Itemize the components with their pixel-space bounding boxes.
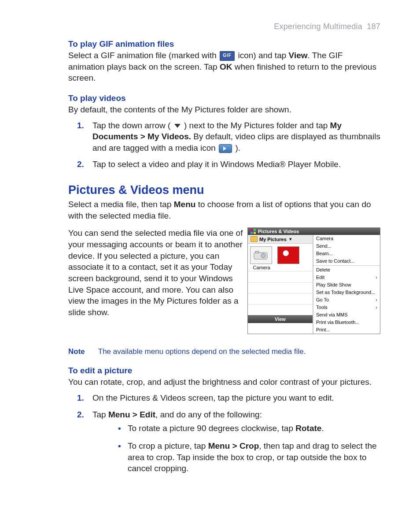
- gif-paragraph: Select a GIF animation file (marked with…: [68, 50, 380, 84]
- list-item: 1. On the Pictures & Videos screen, tap …: [68, 392, 380, 404]
- menu-item: Delete: [313, 266, 380, 274]
- manual-page: Experiencing Multimedia 187 To play GIF …: [0, 0, 420, 507]
- list-item: 2. Tap to select a video and play it in …: [68, 159, 380, 170]
- menu-item: Send via MMS: [313, 311, 380, 319]
- menu-item: Tools: [313, 304, 380, 311]
- ss-folder-bar: My Pictures ▾: [248, 235, 313, 244]
- list-item: To rotate a picture 90 degrees clockwise…: [92, 423, 380, 434]
- ss-thumb-label: Camera: [250, 265, 273, 270]
- heading-videos: To play videos: [68, 93, 380, 103]
- svg-rect-2: [255, 251, 259, 253]
- chevron-down-icon: [174, 123, 181, 129]
- menu-item: Camera: [313, 235, 380, 242]
- menu-item: Go To: [313, 296, 380, 304]
- ss-titlebar: Pictures & Videos: [248, 228, 380, 235]
- videos-steps: 1. Tap the down arrow ( ) next to the My…: [68, 120, 380, 171]
- media-icon: [219, 144, 232, 153]
- menu-item: Edit: [313, 274, 380, 281]
- ss-softkey-view: View: [248, 315, 313, 323]
- note: Note The available menu options depend o…: [68, 347, 380, 356]
- running-header: Experiencing Multimedia 187: [68, 22, 380, 31]
- note-label: Note: [68, 347, 85, 356]
- page-number: 187: [367, 22, 380, 31]
- pv-paragraph-1: Select a media file, then tap Menu to ch…: [68, 199, 380, 221]
- chevron-down-icon: ▾: [289, 236, 292, 242]
- ss-title: Pictures & Videos: [258, 229, 299, 234]
- menu-item: Beam...: [313, 250, 380, 257]
- section-name: Experiencing Multimedia: [274, 22, 362, 31]
- list-item: 2. Tap Menu > Edit, and do any of the fo…: [68, 409, 380, 474]
- text-and-screenshot: You can send the selected media file via…: [68, 227, 380, 334]
- menu-item: Play Slide Show: [313, 281, 380, 289]
- ss-context-menu: Camera Send... Beam... Save to Contact..…: [313, 235, 380, 334]
- menu-item: Set as Today Background...: [313, 289, 380, 296]
- pv-paragraph-2: You can send the selected media file via…: [68, 227, 243, 318]
- folder-icon: [251, 236, 258, 242]
- windows-flag-icon: [251, 229, 256, 234]
- ss-thumb-camera: Camera: [248, 244, 275, 271]
- edit-bullets: To rotate a picture 90 degrees clockwise…: [92, 423, 380, 474]
- heading-gif: To play GIF animation files: [68, 39, 380, 49]
- edit-intro: You can rotate, crop, and adjust the bri…: [68, 376, 380, 388]
- heading-pv-menu: Pictures & Videos menu: [68, 183, 380, 197]
- gif-icon: [220, 51, 235, 61]
- menu-item: Print...: [313, 326, 380, 334]
- note-text: The available menu options depend on the…: [98, 347, 306, 356]
- menu-item: Send...: [313, 242, 380, 250]
- svg-point-1: [261, 253, 265, 258]
- videos-intro: By default, the contents of the My Pictu…: [68, 104, 380, 115]
- ss-thumb-image: [275, 244, 302, 271]
- list-item: To crop a picture, tap Menu > Crop, then…: [92, 440, 380, 474]
- ss-folder-name: My Pictures: [259, 237, 287, 242]
- device-screenshot: Pictures & Videos My Pictures ▾ Camera: [247, 227, 380, 334]
- list-item: 1. Tap the down arrow ( ) next to the My…: [68, 120, 380, 154]
- heading-edit: To edit a picture: [68, 366, 380, 376]
- menu-item: Print via Bluetooth...: [313, 319, 380, 326]
- edit-steps: 1. On the Pictures & Videos screen, tap …: [68, 392, 380, 474]
- menu-item: Save to Contact...: [313, 257, 380, 265]
